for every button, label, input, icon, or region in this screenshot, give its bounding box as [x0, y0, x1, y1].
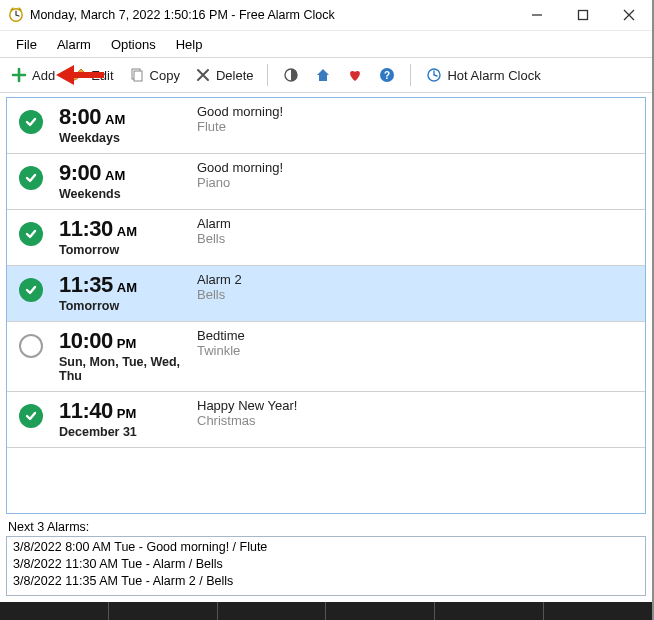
- pencil-icon: [69, 66, 87, 84]
- alarm-recurrence: Tomorrow: [59, 243, 189, 257]
- home-button[interactable]: [310, 64, 336, 86]
- alarm-detail-column: BedtimeTwinkle: [197, 328, 245, 358]
- alarm-detail-column: AlarmBells: [197, 216, 231, 246]
- alarm-enabled-toggle[interactable]: [19, 222, 43, 246]
- help-icon: ?: [378, 66, 396, 84]
- alarm-row[interactable]: 11:35AMTomorrowAlarm 2Bells: [7, 266, 645, 322]
- favorite-button[interactable]: [342, 64, 368, 86]
- edit-label: Edit: [91, 68, 113, 83]
- delete-label: Delete: [216, 68, 254, 83]
- alarm-recurrence: December 31: [59, 425, 189, 439]
- alarm-time: 10:00: [59, 328, 113, 354]
- alarm-sound: Bells: [197, 231, 231, 246]
- close-button[interactable]: [606, 0, 652, 30]
- edit-button[interactable]: Edit: [65, 64, 117, 86]
- alarm-time: 11:30: [59, 216, 113, 242]
- alarm-title: Good morning!: [197, 160, 283, 175]
- next-alarm-item: 3/8/2022 8:00 AM Tue - Good morning! / F…: [13, 539, 639, 556]
- minimize-button[interactable]: [514, 0, 560, 30]
- theme-button[interactable]: [278, 64, 304, 86]
- alarm-ampm: AM: [117, 280, 137, 295]
- alarm-sound: Twinkle: [197, 343, 245, 358]
- app-icon: [8, 7, 24, 23]
- alarm-time-column: 9:00AMWeekends: [59, 160, 189, 201]
- bottom-strip: [0, 602, 652, 620]
- alarm-detail-column: Good morning!Piano: [197, 160, 283, 190]
- svg-text:?: ?: [384, 70, 390, 81]
- copy-button[interactable]: Copy: [124, 64, 184, 86]
- alarm-recurrence: Weekdays: [59, 131, 189, 145]
- toolbar-separator: [267, 64, 268, 86]
- alarm-detail-column: Good morning!Flute: [197, 104, 283, 134]
- help-button[interactable]: ?: [374, 64, 400, 86]
- alarm-enabled-toggle[interactable]: [19, 166, 43, 190]
- alarm-title: Good morning!: [197, 104, 283, 119]
- alarm-sound: Piano: [197, 175, 283, 190]
- toolbar-separator-2: [410, 64, 411, 86]
- plus-icon: [10, 66, 28, 84]
- next-alarm-item: 3/8/2022 11:35 AM Tue - Alarm 2 / Bells: [13, 573, 639, 590]
- alarm-list[interactable]: 8:00AMWeekdaysGood morning!Flute9:00AMWe…: [6, 97, 646, 514]
- add-label: Add: [32, 68, 55, 83]
- menu-help[interactable]: Help: [168, 35, 211, 54]
- alarm-detail-column: Alarm 2Bells: [197, 272, 242, 302]
- next-alarms-label: Next 3 Alarms:: [0, 518, 652, 536]
- alarm-enabled-toggle[interactable]: [19, 334, 43, 358]
- menu-alarm[interactable]: Alarm: [49, 35, 99, 54]
- alarm-title: Alarm 2: [197, 272, 242, 287]
- clock-icon: [425, 66, 443, 84]
- delete-icon: [194, 66, 212, 84]
- contrast-icon: [282, 66, 300, 84]
- copy-icon: [128, 66, 146, 84]
- titlebar: Monday, March 7, 2022 1:50:16 PM - Free …: [0, 0, 652, 31]
- menu-file[interactable]: File: [8, 35, 45, 54]
- maximize-button[interactable]: [560, 0, 606, 30]
- hot-alarm-clock-label: Hot Alarm Clock: [447, 68, 540, 83]
- alarm-time: 9:00: [59, 160, 101, 186]
- alarm-recurrence: Sun, Mon, Tue, Wed, Thu: [59, 355, 189, 383]
- alarm-detail-column: Happy New Year!Christmas: [197, 398, 297, 428]
- alarm-ampm: AM: [105, 168, 125, 183]
- alarm-enabled-toggle[interactable]: [19, 110, 43, 134]
- copy-label: Copy: [150, 68, 180, 83]
- alarm-sound: Flute: [197, 119, 283, 134]
- alarm-row[interactable]: 10:00PMSun, Mon, Tue, Wed, ThuBedtimeTwi…: [7, 322, 645, 392]
- hot-alarm-clock-button[interactable]: Hot Alarm Clock: [421, 64, 544, 86]
- alarm-row[interactable]: 8:00AMWeekdaysGood morning!Flute: [7, 98, 645, 154]
- menu-options[interactable]: Options: [103, 35, 164, 54]
- alarm-row[interactable]: 9:00AMWeekendsGood morning!Piano: [7, 154, 645, 210]
- alarm-enabled-toggle[interactable]: [19, 278, 43, 302]
- alarm-time-column: 11:30AMTomorrow: [59, 216, 189, 257]
- alarm-time-column: 11:35AMTomorrow: [59, 272, 189, 313]
- alarm-time: 11:35: [59, 272, 113, 298]
- window-title: Monday, March 7, 2022 1:50:16 PM - Free …: [30, 8, 335, 22]
- toolbar: Add Edit Copy Delete: [0, 57, 652, 93]
- home-icon: [314, 66, 332, 84]
- alarm-ampm: AM: [105, 112, 125, 127]
- app-window: Monday, March 7, 2022 1:50:16 PM - Free …: [0, 0, 654, 620]
- alarm-time: 11:40: [59, 398, 113, 424]
- alarm-time-column: 10:00PMSun, Mon, Tue, Wed, Thu: [59, 328, 189, 383]
- alarm-time: 8:00: [59, 104, 101, 130]
- alarm-row[interactable]: 11:40PMDecember 31Happy New Year!Christm…: [7, 392, 645, 448]
- alarm-title: Alarm: [197, 216, 231, 231]
- alarm-ampm: PM: [117, 336, 137, 351]
- next-alarm-item: 3/8/2022 11:30 AM Tue - Alarm / Bells: [13, 556, 639, 573]
- next-alarms-box: 3/8/2022 8:00 AM Tue - Good morning! / F…: [6, 536, 646, 596]
- alarm-title: Bedtime: [197, 328, 245, 343]
- alarm-sound: Christmas: [197, 413, 297, 428]
- alarm-row[interactable]: 11:30AMTomorrowAlarmBells: [7, 210, 645, 266]
- add-button[interactable]: Add: [6, 64, 59, 86]
- alarm-recurrence: Tomorrow: [59, 299, 189, 313]
- alarm-time-column: 8:00AMWeekdays: [59, 104, 189, 145]
- svg-rect-3: [134, 71, 142, 81]
- alarm-time-column: 11:40PMDecember 31: [59, 398, 189, 439]
- alarm-sound: Bells: [197, 287, 242, 302]
- alarm-ampm: AM: [117, 224, 137, 239]
- alarm-enabled-toggle[interactable]: [19, 404, 43, 428]
- delete-button[interactable]: Delete: [190, 64, 258, 86]
- alarm-title: Happy New Year!: [197, 398, 297, 413]
- alarm-recurrence: Weekends: [59, 187, 189, 201]
- alarm-ampm: PM: [117, 406, 137, 421]
- heart-icon: [346, 66, 364, 84]
